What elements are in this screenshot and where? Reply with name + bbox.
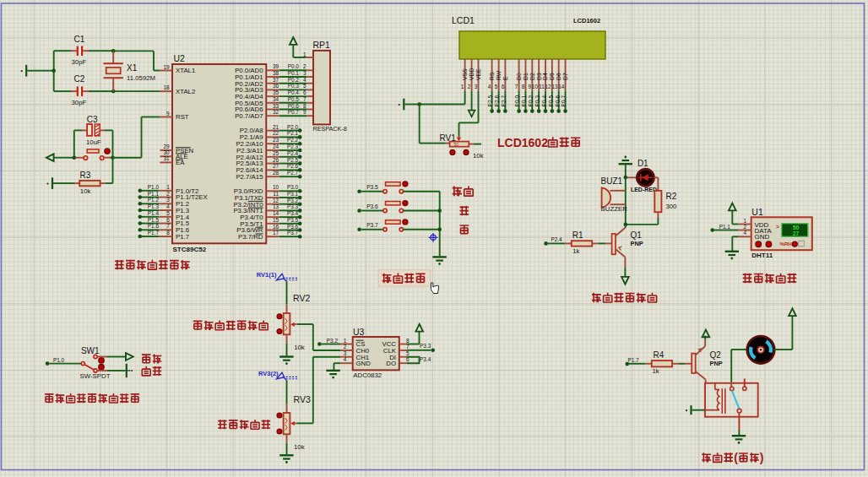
svg-text:P3.2: P3.2 (327, 338, 339, 344)
svg-text:P0.5: P0.5 (548, 95, 554, 107)
svg-text:P2.0: P2.0 (287, 124, 299, 130)
svg-text:4: 4 (743, 230, 746, 236)
svg-text:P2.1: P2.1 (287, 130, 299, 136)
svg-text:31: 31 (163, 155, 170, 161)
svg-text:RESPACK-8: RESPACK-8 (313, 125, 347, 133)
svg-text:39: 39 (273, 63, 279, 69)
svg-text:P0.6: P0.6 (288, 103, 300, 109)
svg-text:2: 2 (468, 84, 471, 89)
svg-text:7: 7 (515, 84, 518, 89)
svg-text:18: 18 (163, 84, 170, 90)
svg-text:R1: R1 (572, 230, 583, 240)
svg-text:25: 25 (273, 150, 279, 156)
svg-text:8: 8 (522, 84, 525, 89)
svg-text:D1: D1 (523, 73, 529, 80)
svg-text:PNP: PNP (710, 360, 723, 367)
svg-text:P0.2: P0.2 (528, 95, 534, 107)
svg-text:5: 5 (495, 84, 498, 89)
svg-text:P3.5: P3.5 (287, 217, 299, 223)
svg-text:P0.4: P0.4 (288, 89, 300, 95)
svg-text:P3.1: P3.1 (287, 191, 299, 197)
svg-text:D1: D1 (637, 159, 648, 168)
svg-text:C1: C1 (74, 35, 85, 44)
svg-text:XTAL2: XTAL2 (176, 88, 195, 95)
svg-text:DO: DO (386, 360, 396, 367)
svg-text:P3.5: P3.5 (366, 184, 378, 190)
svg-text:32: 32 (273, 109, 279, 115)
svg-text:>: > (776, 224, 779, 230)
svg-text:P3.4: P3.4 (420, 356, 431, 362)
svg-text:D5: D5 (549, 73, 555, 80)
svg-text:29: 29 (163, 144, 170, 149)
svg-text:10k: 10k (80, 187, 91, 195)
svg-text:P1.7: P1.7 (176, 233, 189, 241)
svg-text:P3.3: P3.3 (287, 203, 299, 209)
svg-text:30: 30 (163, 149, 170, 155)
svg-text:GND: GND (356, 360, 372, 367)
svg-text:10k: 10k (294, 443, 305, 451)
svg-text:5: 5 (303, 83, 307, 89)
svg-text:7: 7 (303, 96, 307, 102)
svg-text:P2.6: P2.6 (287, 163, 299, 169)
svg-text:C3: C3 (87, 115, 98, 124)
svg-text:P3.6: P3.6 (366, 203, 378, 209)
svg-text:RW: RW (496, 70, 502, 80)
svg-text:12: 12 (273, 198, 279, 203)
svg-text:21: 21 (273, 124, 279, 130)
svg-text:D6: D6 (556, 73, 561, 80)
svg-text:RV2: RV2 (293, 293, 310, 303)
svg-text:P0.7: P0.7 (288, 109, 300, 115)
svg-text:30pF: 30pF (72, 58, 87, 66)
svg-text:6: 6 (166, 217, 170, 223)
svg-text:38: 38 (273, 70, 279, 76)
svg-text:1: 1 (166, 184, 170, 190)
svg-text:50: 50 (454, 142, 459, 147)
svg-text:4: 4 (303, 77, 307, 83)
svg-text:): ) (760, 451, 764, 464)
svg-text:DHT11: DHT11 (751, 252, 773, 259)
svg-text:37: 37 (273, 77, 279, 83)
svg-text:VSS: VSS (462, 68, 468, 80)
svg-text:4: 4 (344, 356, 347, 362)
svg-text:E: E (502, 76, 508, 80)
svg-text:13: 13 (273, 203, 279, 209)
svg-text:15: 15 (273, 217, 279, 223)
svg-text:P3.2: P3.2 (287, 198, 299, 203)
svg-text:28: 28 (273, 170, 279, 176)
svg-text:P1.6: P1.6 (148, 223, 160, 229)
svg-text:STC89C52: STC89C52 (173, 246, 207, 253)
svg-text:10uF: 10uF (86, 138, 101, 146)
svg-text:8: 8 (166, 230, 170, 236)
svg-text:P2.4: P2.4 (287, 150, 299, 156)
svg-text:13: 13 (551, 84, 558, 89)
svg-text:1k: 1k (653, 367, 659, 375)
svg-text:PNP: PNP (631, 240, 643, 247)
svg-text:U3: U3 (353, 327, 365, 337)
svg-text:SW1: SW1 (81, 346, 100, 355)
svg-text:BUZZER: BUZZER (601, 205, 628, 213)
svg-text:P2.6: P2.6 (494, 95, 500, 107)
svg-text:9: 9 (166, 111, 170, 117)
svg-text:23: 23 (273, 137, 279, 143)
svg-text:10: 10 (532, 84, 539, 89)
svg-text:P1.1: P1.1 (148, 191, 160, 197)
svg-text:Q1: Q1 (631, 230, 643, 240)
svg-text:6: 6 (502, 84, 505, 89)
svg-text:P0.0: P0.0 (288, 63, 300, 69)
svg-text:D7: D7 (562, 73, 568, 80)
svg-text:35: 35 (273, 89, 279, 95)
svg-text:X1: X1 (127, 63, 138, 73)
svg-text:2: 2 (743, 224, 746, 230)
svg-text:P2.2: P2.2 (287, 137, 299, 143)
svg-text:11: 11 (273, 191, 279, 197)
svg-text:3: 3 (475, 84, 478, 89)
svg-text:P0.3: P0.3 (534, 95, 540, 107)
svg-text:Q2: Q2 (710, 350, 722, 360)
svg-text:LCD1602: LCD1602 (573, 17, 600, 24)
svg-text:36: 36 (273, 83, 279, 89)
svg-text:RV1(1): RV1(1) (257, 271, 277, 279)
svg-text:P1.7: P1.7 (628, 357, 640, 363)
svg-text:C2: C2 (74, 74, 85, 84)
svg-text:SW-SPDT: SW-SPDT (80, 372, 111, 380)
svg-text:RV1: RV1 (440, 133, 457, 143)
